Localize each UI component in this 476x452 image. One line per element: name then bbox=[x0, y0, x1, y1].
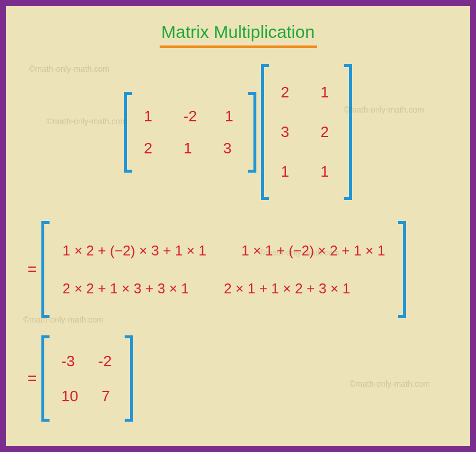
matrix-cell: 1 × 2 + (−2) × 3 + 1 × 1 bbox=[62, 243, 206, 259]
matrix-b: 2 1 3 2 1 1 bbox=[261, 64, 352, 200]
title-underline bbox=[160, 45, 317, 48]
matrix-a: 1 -2 1 2 1 3 bbox=[124, 92, 256, 173]
bracket-right-icon bbox=[398, 221, 406, 318]
bracket-right-icon bbox=[125, 335, 133, 422]
matrix-cell: 1 × 1 + (−2) × 2 + 1 × 1 bbox=[241, 243, 385, 259]
matrix-cell: -2 bbox=[98, 352, 111, 370]
matrix-cell: 1 bbox=[281, 163, 292, 181]
matrix-cell: 2 × 1 + 1 × 2 + 3 × 1 bbox=[224, 281, 350, 297]
matrix-cell: 1 bbox=[320, 83, 332, 101]
matrices-row: 1 -2 1 2 1 3 2 1 3 bbox=[20, 64, 456, 200]
matrix-cell: 3 bbox=[281, 123, 292, 141]
matrix-cell: 1 bbox=[184, 139, 195, 157]
page-title: Matrix Multiplication bbox=[20, 22, 456, 42]
bracket-left-icon bbox=[261, 64, 269, 200]
matrix-cell: 1 bbox=[225, 107, 237, 125]
matrix-cell: -3 bbox=[61, 352, 75, 370]
equals-sign: = bbox=[27, 260, 37, 279]
matrix-cell: -2 bbox=[184, 107, 197, 125]
matrix-cell: 2 bbox=[320, 123, 332, 141]
matrix-result: -3 -2 10 7 bbox=[41, 335, 133, 422]
expanded-step: = 1 × 2 + (−2) × 3 + 1 × 1 1 × 1 + (−2) … bbox=[27, 221, 456, 318]
bracket-right-icon bbox=[248, 92, 256, 173]
result-step: = -3 -2 10 7 bbox=[27, 335, 456, 422]
bracket-left-icon bbox=[124, 92, 132, 173]
matrix-cell: 3 bbox=[223, 139, 235, 157]
bracket-left-icon bbox=[41, 221, 50, 318]
matrix-cell: 2 × 2 + 1 × 3 + 3 × 1 bbox=[62, 281, 189, 297]
matrix-cell: 1 bbox=[320, 163, 332, 181]
matrix-cell: 10 bbox=[61, 387, 78, 405]
bracket-left-icon bbox=[41, 335, 50, 422]
matrix-cell: 7 bbox=[101, 387, 113, 405]
bracket-right-icon bbox=[344, 64, 352, 200]
matrix-cell: 1 bbox=[144, 107, 156, 125]
equals-sign: = bbox=[27, 369, 37, 388]
document-frame: Matrix Multiplication 1 -2 1 2 1 3 bbox=[0, 0, 476, 452]
matrix-cell: 2 bbox=[281, 83, 292, 101]
matrix-cell: 2 bbox=[144, 139, 156, 157]
matrix-expanded: 1 × 2 + (−2) × 3 + 1 × 1 1 × 1 + (−2) × … bbox=[41, 221, 406, 318]
